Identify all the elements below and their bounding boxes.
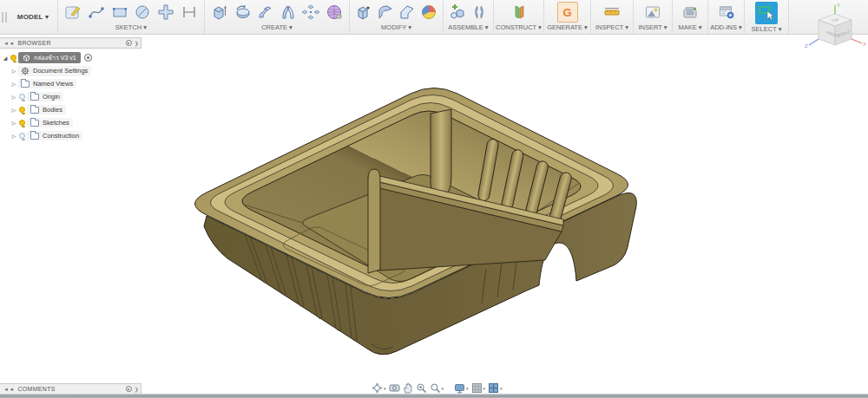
construct-plane-icon[interactable] (509, 2, 529, 23)
viewports-icon[interactable]: ▾ (488, 382, 503, 394)
addins-menu[interactable]: ADD-INS ▾ (708, 23, 744, 34)
toolbar-group-generate: G GENERATE ▾ (543, 0, 590, 34)
root-visibility-bulb-icon[interactable] (10, 55, 16, 61)
folder-icon (30, 94, 39, 101)
expand-icon[interactable]: ▷ (10, 81, 17, 87)
axis-y-label: Y (837, 3, 840, 8)
revolve-icon[interactable] (233, 2, 252, 23)
browser-panel: ◄◄ BROWSER ❯ ◢ กล่องข้าว V3 v1 ▷ Documen… (0, 37, 141, 142)
create-menu[interactable]: CREATE ▾ (205, 23, 349, 34)
make-menu[interactable]: MAKE ▾ (673, 23, 707, 34)
rectangle-icon[interactable] (109, 2, 129, 23)
folder-icon (21, 81, 30, 88)
comments-resize-icon[interactable]: ❯ (135, 386, 139, 392)
tree-row-bodies[interactable]: ▷ Bodies (0, 103, 141, 116)
gear-icon (21, 67, 30, 75)
joint-icon[interactable] (470, 2, 489, 23)
sketch-dimension-icon[interactable] (179, 2, 199, 23)
form-icon[interactable] (325, 2, 344, 23)
viewcube[interactable]: Y Z X TOP FRONT RIGHT (803, 2, 868, 54)
expand-icon[interactable]: ▷ (10, 107, 17, 113)
tree-label: Sketches (43, 119, 69, 127)
insert-image-icon[interactable] (642, 2, 663, 23)
tree-root-document[interactable]: กล่องข้าว V3 v1 (18, 52, 81, 63)
display-settings-icon[interactable]: ▾ (454, 382, 469, 394)
sketch-pattern-icon[interactable] (156, 2, 176, 23)
generate-icon[interactable]: G (557, 2, 578, 23)
generate-menu[interactable]: GENERATE ▾ (544, 23, 590, 34)
axis-x-line (852, 39, 862, 43)
look-at-icon[interactable] (389, 382, 400, 394)
browser-resize-icon[interactable]: ❯ (135, 40, 139, 46)
tree-row-origin[interactable]: ▷ Origin (0, 90, 141, 103)
tree-row-construction[interactable]: ▷ Construction (0, 129, 141, 142)
tree-root-row: ◢ กล่องข้าว V3 v1 (0, 51, 141, 64)
toolbar-group-addins: ADD-INS ▾ (707, 0, 744, 34)
tree-label: Named Views (33, 80, 73, 88)
extrude-icon[interactable] (210, 2, 229, 23)
addins-icon[interactable] (716, 2, 737, 23)
root-expand-icon[interactable]: ◢ (2, 55, 9, 61)
chamfer-icon[interactable] (398, 2, 417, 23)
document-title: กล่องข้าว V3 v1 (34, 53, 76, 62)
appearance-icon[interactable] (419, 2, 437, 23)
sketch-menu[interactable]: SKETCH ▾ (58, 23, 204, 34)
model-body[interactable] (195, 88, 637, 355)
zoom-icon[interactable]: ▾ (430, 382, 444, 394)
axis-z-label: Z (805, 43, 808, 49)
toolbar-grip[interactable] (0, 0, 9, 34)
toolbar-group-create: CREATE ▾ (204, 0, 349, 34)
tree-label: Bodies (43, 106, 62, 114)
tree-row-named-views[interactable]: ▷ Named Views (0, 77, 141, 90)
visibility-bulb-icon[interactable] (19, 133, 25, 139)
modify-menu[interactable]: MODIFY ▾ (350, 23, 443, 34)
visibility-bulb-icon[interactable] (19, 107, 25, 113)
visibility-bulb-icon[interactable] (19, 94, 25, 100)
tree-row-sketches[interactable]: ▷ Sketches (0, 116, 141, 129)
inspect-menu[interactable]: INSPECT ▾ (591, 23, 633, 34)
select-menu[interactable]: SELECT ▾ (745, 24, 788, 35)
fillet-icon[interactable] (377, 2, 395, 23)
new-component-icon[interactable] (449, 2, 467, 23)
sweep-icon[interactable] (256, 2, 275, 23)
press-pull-icon[interactable] (355, 2, 373, 23)
grid-snaps-icon[interactable]: ▾ (471, 382, 486, 394)
spline-icon[interactable] (87, 2, 107, 23)
browser-collapse-icon[interactable]: ◄◄ (3, 41, 14, 46)
comments-options-icon[interactable] (126, 386, 132, 392)
loft-icon[interactable] (279, 2, 298, 23)
tree-row-document-settings[interactable]: ▷ Document Settings (0, 64, 141, 77)
make-3dprint-icon[interactable] (680, 2, 700, 23)
main-toolbar: MODEL ▾ SKETCH ▾ (0, 0, 868, 35)
comments-collapse-icon[interactable]: ◄◄ (3, 387, 14, 392)
folder-icon (30, 107, 39, 114)
toolbar-group-construct: CONSTRUCT ▾ (493, 0, 543, 34)
comments-title: COMMENTS (17, 386, 55, 392)
component-cube-icon (23, 54, 30, 62)
expand-icon[interactable]: ▷ (10, 120, 17, 126)
expand-icon[interactable]: ▷ (10, 94, 17, 100)
expand-icon[interactable]: ▷ (10, 68, 17, 74)
orbit-icon[interactable]: ▾ (372, 382, 386, 394)
zoom-window-icon[interactable] (416, 382, 427, 394)
create-sketch-icon[interactable] (63, 2, 83, 23)
tree-label: Construction (43, 132, 79, 140)
toolbar-group-insert: INSERT ▾ (633, 0, 672, 34)
pan-icon[interactable] (403, 382, 413, 394)
pattern-icon[interactable] (301, 2, 320, 23)
insert-menu[interactable]: INSERT ▾ (634, 23, 672, 34)
workspace-switcher[interactable]: MODEL ▾ (9, 0, 57, 34)
timeline-strip[interactable] (0, 394, 868, 398)
select-tool-icon[interactable] (755, 2, 778, 24)
browser-header[interactable]: ◄◄ BROWSER ❯ (0, 37, 141, 49)
assemble-menu[interactable]: ASSEMBLE ▾ (444, 23, 493, 34)
construct-menu[interactable]: CONSTRUCT ▾ (494, 23, 543, 34)
measure-icon[interactable] (602, 2, 622, 23)
visibility-bulb-icon[interactable] (19, 120, 25, 126)
browser-options-icon[interactable] (126, 40, 132, 46)
toolbar-group-assemble: ASSEMBLE ▾ (443, 0, 493, 34)
activate-component-radio[interactable] (84, 54, 92, 62)
expand-icon[interactable]: ▷ (10, 133, 17, 139)
circle-icon[interactable] (133, 2, 153, 23)
toolbar-group-modify: MODIFY ▾ (349, 0, 443, 34)
